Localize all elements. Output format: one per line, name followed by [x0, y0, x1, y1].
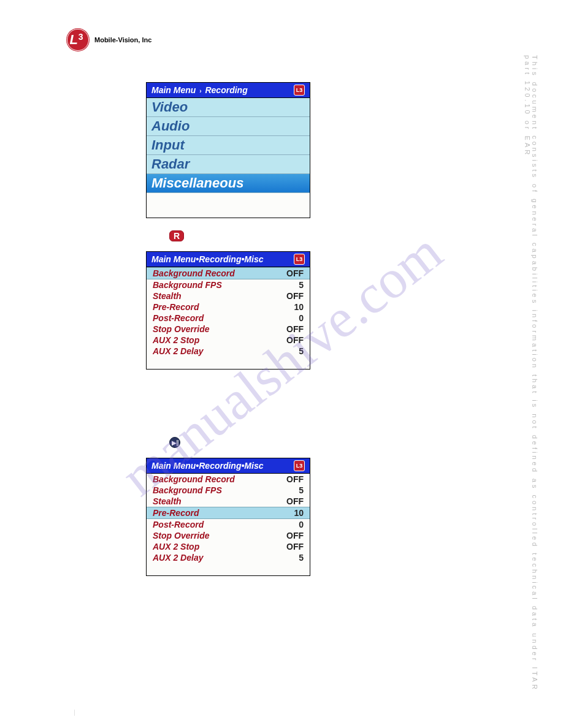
setting-value: 0: [299, 520, 304, 529]
setting-label: Background FPS: [153, 485, 222, 495]
setting-label: AUX 2 Stop: [153, 542, 199, 552]
l3-badge-icon: L3: [294, 85, 305, 96]
crumb-full: Main Menu•Recording•Misc: [151, 254, 264, 264]
company-logo: L 3 Mobile-Vision, Inc: [66, 28, 151, 51]
l3-badge-icon: L3: [294, 254, 305, 265]
setting-label: Stop Override: [153, 324, 210, 334]
menu-item[interactable]: Radar: [147, 155, 310, 174]
setting-label: Pre-Record: [153, 302, 199, 312]
setting-value: 0: [299, 313, 304, 323]
settings-row[interactable]: Post-Record0: [147, 519, 310, 530]
crumb-recording: Recording: [205, 85, 247, 95]
menu-breadcrumb: Main Menu › Recording L3: [147, 83, 310, 98]
setting-label: Background Record: [153, 268, 235, 278]
setting-label: Stop Override: [153, 531, 210, 540]
setting-value: 5: [299, 346, 304, 356]
setting-label: AUX 2 Delay: [153, 553, 203, 563]
setting-value: OFF: [286, 474, 304, 484]
settings-row[interactable]: AUX 2 StopOFF: [147, 541, 310, 552]
setting-value: OFF: [286, 542, 304, 552]
misc-settings-menu-a: Main Menu•Recording•Misc L3 Background R…: [146, 251, 310, 370]
l3-badge-icon: L3: [294, 460, 305, 471]
record-button[interactable]: R: [169, 230, 184, 241]
menu-breadcrumb: Main Menu•Recording•Misc L3: [147, 458, 310, 474]
setting-value: OFF: [286, 268, 304, 278]
setting-label: Post-Record: [153, 520, 204, 529]
crumb-full: Main Menu•Recording•Misc: [151, 461, 264, 471]
settings-row[interactable]: AUX 2 Delay5: [147, 552, 310, 563]
setting-label: Post-Record: [153, 313, 204, 323]
settings-row[interactable]: Background RecordOFF: [147, 474, 310, 485]
settings-row[interactable]: Pre-Record10: [147, 301, 310, 313]
setting-value: OFF: [286, 531, 304, 540]
setting-label: Background Record: [153, 474, 235, 484]
menu-item[interactable]: Miscellaneous: [147, 174, 310, 193]
setting-label: Background FPS: [153, 280, 222, 290]
chevron-right-icon: ›: [199, 88, 201, 94]
menu-item[interactable]: Audio: [147, 117, 310, 136]
play-pause-button[interactable]: ▶‖: [169, 437, 180, 448]
setting-label: Stealth: [153, 291, 182, 301]
setting-value: 5: [299, 553, 304, 563]
setting-label: Stealth: [153, 496, 182, 506]
settings-row[interactable]: Pre-Record10: [147, 507, 310, 519]
settings-row[interactable]: StealthOFF: [147, 290, 310, 301]
menu-item[interactable]: Video: [147, 98, 310, 117]
menu-breadcrumb: Main Menu•Recording•Misc L3: [147, 252, 310, 267]
settings-row[interactable]: Stop OverrideOFF: [147, 530, 310, 541]
recording-menu: Main Menu › Recording L3 VideoAudioInput…: [146, 82, 310, 218]
menu-item[interactable]: Input: [147, 136, 310, 155]
setting-value: OFF: [286, 291, 304, 301]
setting-value: OFF: [286, 335, 304, 345]
setting-value: OFF: [286, 496, 304, 506]
settings-row[interactable]: AUX 2 Delay5: [147, 346, 310, 357]
page-marker: |: [74, 708, 75, 716]
setting-value: OFF: [286, 324, 304, 334]
setting-label: AUX 2 Stop: [153, 335, 199, 345]
misc-settings-menu-b: Main Menu•Recording•Misc L3 Background R…: [146, 458, 310, 576]
logo-3: 3: [79, 32, 83, 42]
setting-label: AUX 2 Delay: [153, 346, 203, 356]
settings-row[interactable]: AUX 2 StopOFF: [147, 335, 310, 346]
settings-row[interactable]: Post-Record0: [147, 313, 310, 324]
settings-row[interactable]: Background FPS5: [147, 485, 310, 496]
settings-row[interactable]: Stop OverrideOFF: [147, 324, 310, 335]
company-name: Mobile-Vision, Inc: [94, 36, 151, 44]
settings-row[interactable]: StealthOFF: [147, 496, 310, 507]
setting-label: Pre-Record: [153, 508, 199, 518]
settings-row[interactable]: Background FPS5: [147, 279, 310, 290]
setting-value: 10: [294, 302, 304, 312]
crumb-main: Main Menu: [151, 85, 196, 95]
logo-circle-icon: L 3: [66, 28, 90, 51]
setting-value: 5: [299, 280, 304, 290]
settings-row[interactable]: Background RecordOFF: [147, 267, 310, 279]
setting-value: 5: [299, 485, 304, 495]
setting-value: 10: [294, 508, 304, 518]
itar-notice: This document consists of general capabi…: [524, 55, 538, 692]
logo-l: L: [69, 32, 77, 48]
